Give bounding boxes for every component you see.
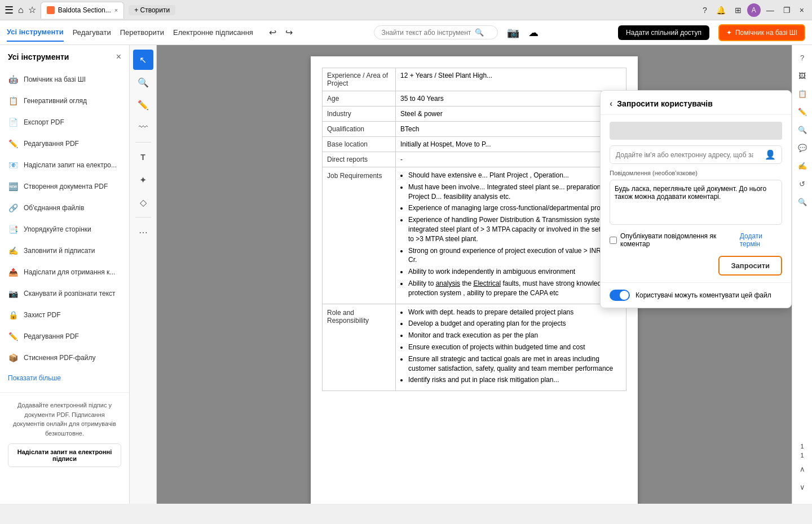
right-panel-rotate-btn[interactable]: ↺	[795, 176, 810, 192]
invite-person-icon-btn[interactable]: 👤	[759, 146, 782, 163]
toggle-row: Користувачі можуть коментувати цей файл	[601, 282, 791, 308]
message-label: Повідомлення (необов'язкове)	[610, 170, 782, 176]
sidebar-item-compress[interactable]: 📦 Стиснення PDF-файлу	[0, 347, 129, 368]
redo-button[interactable]: ↪	[283, 25, 295, 40]
tool-fill-button[interactable]: ◇	[133, 192, 153, 212]
bookmark-icon[interactable]: ☆	[28, 5, 36, 15]
maximize-button[interactable]: ❐	[780, 3, 794, 17]
scan-icon[interactable]: 📷	[507, 26, 519, 39]
sidebar-item-merge[interactable]: 🔗 Об'єднання файлів	[0, 197, 129, 219]
sidebar-header: Усі інструменти ×	[0, 45, 129, 69]
scroll-up-btn[interactable]: ∧	[795, 461, 810, 477]
role-content: Work with dept. heads to prepare detaile…	[396, 304, 626, 391]
invite-button[interactable]: Запросити	[718, 256, 782, 276]
scroll-down-btn[interactable]: ∨	[795, 479, 810, 495]
page-number-total: 1	[800, 452, 804, 459]
apps-icon[interactable]: ⊞	[731, 3, 745, 17]
search-input[interactable]	[381, 29, 471, 37]
tool-zoom-button[interactable]: 🔍	[133, 72, 153, 92]
tab-sign[interactable]: Електронне підписання	[173, 24, 253, 41]
tab-all-tools[interactable]: Усі інструменти	[7, 23, 64, 42]
ai-assistant-button[interactable]: ✦ Помічник на базі ШІ	[718, 24, 805, 41]
help-icon[interactable]: ?	[699, 3, 710, 17]
page-number-current: 1	[800, 443, 804, 450]
sidebar-item-label: Помічник на базі ШІ	[24, 76, 86, 83]
tool-draw-button[interactable]: ✏️	[133, 95, 153, 115]
right-panel-sign-btn[interactable]: ✍️	[795, 158, 810, 174]
sidebar-item-generative[interactable]: 📋 Генеративний огляд	[0, 90, 129, 112]
sidebar-item-edit-pdf2[interactable]: ✏️ Редагування PDF	[0, 326, 129, 347]
publish-label: Опублікувати повідомлення як коментар	[620, 232, 740, 248]
sidebar-item-label: Редагування PDF	[24, 140, 79, 148]
tool-eraser-button[interactable]: 〰	[133, 117, 153, 137]
hamburger-icon[interactable]: ☰	[5, 4, 14, 16]
bell-icon[interactable]: 🔔	[713, 3, 729, 17]
search-box[interactable]: 🔍	[374, 25, 498, 39]
table-row: Industry Steel & power	[323, 106, 626, 122]
invite-input-wrap[interactable]: 👤	[610, 145, 782, 164]
tool-text-button[interactable]: T	[133, 147, 153, 167]
sidebar-item-label: Упорядкуйте сторінки	[24, 225, 91, 233]
sidebar-item-edit-pdf[interactable]: ✏️ Редагування PDF	[0, 133, 129, 154]
tab-close-btn[interactable]: ×	[114, 7, 118, 14]
sidebar-item-organize[interactable]: 📑 Упорядкуйте сторінки	[0, 219, 129, 240]
tool-more-button[interactable]: ⋯	[133, 222, 153, 242]
browser-tab[interactable]: Baldota Section... ×	[41, 2, 125, 19]
edit2-icon: ✏️	[8, 331, 18, 341]
toggle-label: Користувачі можуть коментувати цей файл	[636, 291, 771, 299]
add-deadline-link[interactable]: Додати термін	[740, 232, 782, 248]
table-cell-value: Steel & power	[396, 106, 626, 122]
invite-input[interactable]	[610, 146, 759, 163]
table-row: Direct reports -	[323, 152, 626, 167]
right-panel-edit-btn[interactable]: ✏️	[795, 104, 810, 119]
sidebar-item-scan[interactable]: 📷 Сканувати й розпізнати текст	[0, 283, 129, 304]
share-button[interactable]: Надати спільний доступ	[618, 25, 709, 40]
sidebar-item-fill-sign[interactable]: ✍️ Заповнити й підписати	[0, 240, 129, 261]
scan-sidebar-icon: 📷	[8, 288, 18, 299]
content-area: Experience / Area of Project 12 + Years …	[157, 45, 792, 504]
sidebar-item-create[interactable]: 🆕 Створення документа PDF	[0, 176, 129, 197]
show-more-link[interactable]: Показати більше	[0, 368, 129, 388]
sidebar-item-label: Надіслати запит на електро...	[24, 161, 117, 169]
tool-select-button[interactable]: ↖	[133, 50, 153, 70]
sidebar-close-button[interactable]: ×	[116, 52, 121, 62]
organize-icon: 📑	[8, 224, 18, 234]
compress-icon: 📦	[8, 353, 18, 363]
avatar[interactable]: A	[747, 3, 761, 17]
table-row: Experience / Area of Project 12 + Years …	[323, 68, 626, 91]
home-icon[interactable]: ⌂	[18, 5, 24, 15]
right-panel-search-btn[interactable]: 🔍	[795, 122, 810, 137]
right-panel-image-btn[interactable]: 🖼	[795, 68, 810, 83]
sidebar-item-send-request[interactable]: 📧 Надіслати запит на електро...	[0, 154, 129, 176]
export-icon: 📄	[8, 117, 18, 127]
sidebar-item-export[interactable]: 📄 Експорт PDF	[0, 112, 129, 133]
panel-back-button[interactable]: ‹	[610, 99, 612, 109]
sidebar: Усі інструменти × 🤖 Помічник на базі ШІ …	[0, 45, 130, 504]
table-cell-value: -	[396, 152, 626, 167]
new-tab-button[interactable]: + Створити	[129, 5, 175, 15]
close-button[interactable]: ×	[796, 3, 807, 17]
minimize-button[interactable]: —	[763, 3, 778, 17]
ai-icon: ✦	[726, 29, 732, 37]
message-textarea[interactable]: Будь ласка, перегляньте цей документ. До…	[610, 180, 782, 225]
right-panel-comment-btn[interactable]: 💬	[795, 140, 810, 156]
sidebar-item-send-comments[interactable]: 📤 Надіслати для отримання к...	[0, 261, 129, 283]
sidebar-item-ai[interactable]: 🤖 Помічник на базі ШІ	[0, 69, 129, 90]
right-panel-clip-btn[interactable]: 📋	[795, 86, 810, 101]
comment-toggle[interactable]	[610, 290, 630, 301]
tool-panel: ↖ 🔍 ✏️ 〰 T ✦ ◇ ⋯	[130, 45, 157, 504]
right-panel-help-btn[interactable]: ?	[795, 50, 810, 65]
right-panel-zoom-btn[interactable]: 🔍	[795, 194, 810, 210]
cloud-icon[interactable]: ☁	[528, 26, 539, 39]
table-row: Age 35 to 40 Years	[323, 91, 626, 106]
table-row-role: Role and Responsibility Work with dept. …	[323, 304, 626, 391]
tab-edit[interactable]: Редагувати	[73, 24, 111, 41]
publish-checkbox[interactable]	[610, 237, 617, 244]
undo-button[interactable]: ↩	[267, 25, 279, 40]
tool-shapes-button[interactable]: ✦	[133, 170, 153, 190]
sidebar-item-protect[interactable]: 🔒 Захист PDF	[0, 304, 129, 326]
sidebar-cta-button[interactable]: Надіслати запит на електронні підписи	[8, 443, 121, 467]
favicon	[47, 6, 55, 14]
table-cell-value: BTech	[396, 122, 626, 137]
tab-transform[interactable]: Перетворити	[120, 24, 164, 41]
